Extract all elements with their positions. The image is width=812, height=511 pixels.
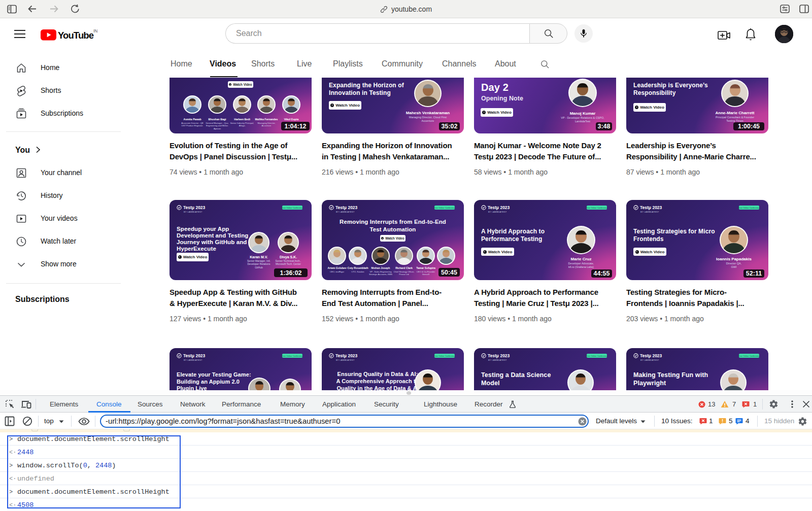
- svg-text:YouTube: YouTube: [58, 30, 94, 41]
- svg-text:IN: IN: [93, 29, 97, 33]
